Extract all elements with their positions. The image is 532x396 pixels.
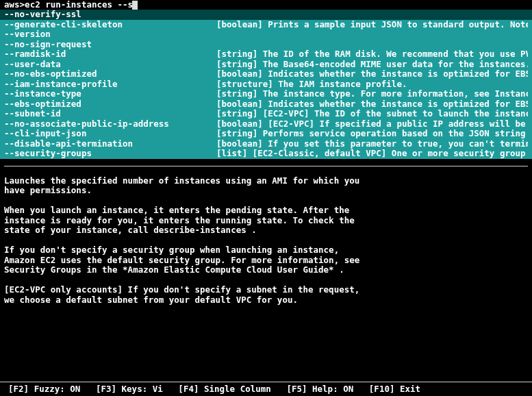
completion-flag: --no-sign-request xyxy=(4,40,216,49)
f10-exit[interactable]: [F10] Exit xyxy=(369,384,420,394)
completion-flag: --security-groups xyxy=(4,149,216,158)
completion-description: [list] [EC2-Classic, default VPC] One or… xyxy=(216,149,528,158)
prompt-label: aws> xyxy=(4,0,25,10)
completion-description: [boolean] Indicates whether the instance… xyxy=(216,99,528,109)
doc-line: instance is ready for you, it enters the… xyxy=(4,216,528,226)
completion-flag: --instance-type xyxy=(4,89,216,99)
completion-flag: --no-verify-ssl xyxy=(4,10,216,19)
completion-menu[interactable]: --no-verify-ssl --generate-cli-skeleton[… xyxy=(0,10,532,159)
completion-description: [boolean] [EC2-VPC] If specified a publi… xyxy=(216,119,528,129)
completion-flag: --no-ebs-optimized xyxy=(4,69,216,79)
cursor-icon xyxy=(132,1,138,10)
f2-toggle[interactable]: [F2] Fuzzy: ON xyxy=(8,384,80,394)
doc-line: Launches the specified number of instanc… xyxy=(4,176,528,186)
doc-line: we choose a default subnet from your def… xyxy=(4,295,528,306)
completion-item[interactable]: --iam-instance-profile[structure] The IA… xyxy=(0,79,532,90)
command-prompt[interactable]: aws> ec2 run-instances --s xyxy=(0,0,532,10)
completion-item[interactable]: --generate-cli-skeleton[boolean] Prints … xyxy=(0,20,532,30)
completion-flag: --disable-api-termination xyxy=(4,139,216,149)
completion-item[interactable]: --ramdisk-id[string] The ID of the RAM d… xyxy=(0,49,532,60)
completion-flag: --iam-instance-profile xyxy=(4,79,216,89)
status-bar: [F2] Fuzzy: ON [F3] Keys: Vi [F4] Single… xyxy=(0,382,532,396)
f3-toggle[interactable]: [F3] Keys: Vi xyxy=(96,384,163,394)
doc-line: state of your instance, call describe-in… xyxy=(4,225,528,236)
doc-line: If you don't specify a security group wh… xyxy=(4,245,528,256)
help-documentation: Launches the specified number of instanc… xyxy=(0,166,532,306)
doc-line: have permissions. xyxy=(4,186,528,196)
completion-flag: --version xyxy=(4,29,216,39)
doc-line: Amazon EC2 uses the default security gro… xyxy=(4,256,528,266)
completion-flag: --no-associate-public-ip-address xyxy=(4,119,216,129)
completion-description: [string] The Base64-encoded MIME user da… xyxy=(216,60,528,69)
completion-description: [string] The ID of the RAM disk. We reco… xyxy=(216,49,528,59)
completion-description: [boolean] If you set this parameter to t… xyxy=(216,139,528,149)
completion-description: [structure] The IAM instance profile. xyxy=(216,79,407,89)
completion-description: [boolean] Indicates whether the instance… xyxy=(216,69,528,79)
prompt-input[interactable]: ec2 run-instances --s xyxy=(25,0,133,10)
completion-item[interactable]: --no-verify-ssl xyxy=(0,10,532,20)
f5-toggle[interactable]: [F5] Help: ON xyxy=(286,384,353,394)
completion-item[interactable]: --version xyxy=(0,29,532,40)
completion-description: [boolean] Prints a sample input JSON to … xyxy=(216,20,528,29)
doc-line: Security Groups in the *Amazon Elastic C… xyxy=(4,265,528,275)
completion-flag: --ramdisk-id xyxy=(4,49,216,59)
completion-flag: --generate-cli-skeleton xyxy=(4,20,216,29)
completion-flag: --cli-input-json xyxy=(4,129,216,138)
completion-item[interactable]: --disable-api-termination[boolean] If yo… xyxy=(0,139,532,149)
completion-item[interactable]: --user-data[string] The Base64-encoded M… xyxy=(0,60,532,70)
completion-item[interactable]: --no-sign-request xyxy=(0,40,532,50)
doc-line: [EC2-VPC only accounts] If you don't spe… xyxy=(4,285,528,295)
f4-toggle[interactable]: [F4] Single Column xyxy=(178,384,270,394)
completion-item[interactable]: --instance-type[string] The instance typ… xyxy=(0,89,532,99)
completion-item[interactable]: --security-groups[list] [EC2-Classic, de… xyxy=(0,149,532,159)
completion-item[interactable]: --ebs-optimized[boolean] Indicates wheth… xyxy=(0,99,532,110)
completion-item[interactable]: --subnet-id[string] [EC2-VPC] The ID of … xyxy=(0,109,532,119)
completion-item[interactable]: --no-associate-public-ip-address[boolean… xyxy=(0,119,532,129)
completion-flag: --subnet-id xyxy=(4,109,216,119)
completion-flag: --ebs-optimized xyxy=(4,99,216,109)
completion-flag: --user-data xyxy=(4,60,216,69)
completion-description: [string] Performs service operation base… xyxy=(216,129,528,138)
doc-line: When you launch an instance, it enters t… xyxy=(4,206,528,216)
completion-item[interactable]: --cli-input-json[string] Performs servic… xyxy=(0,129,532,139)
completion-description: [string] The instance type. For more inf… xyxy=(216,89,528,99)
completion-item[interactable]: --no-ebs-optimized[boolean] Indicates wh… xyxy=(0,69,532,79)
completion-description: [string] [EC2-VPC] The ID of the subnet … xyxy=(216,109,528,119)
